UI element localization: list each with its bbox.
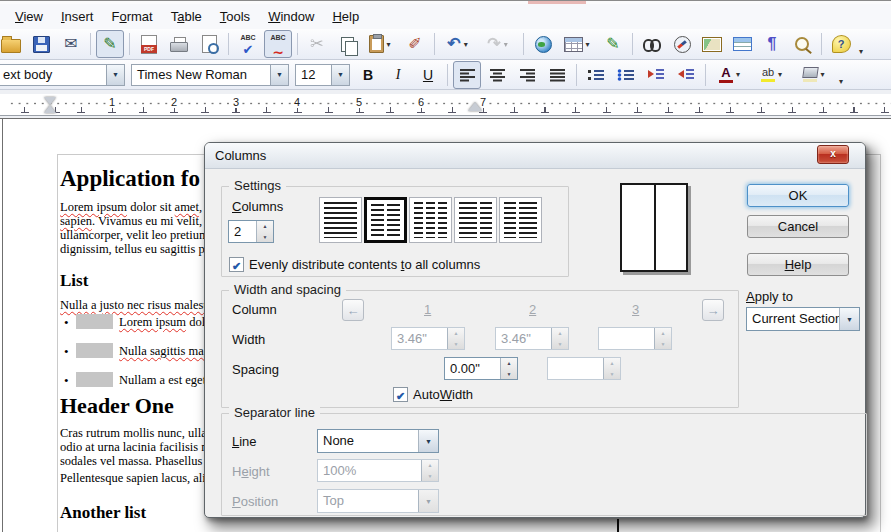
align-center-button[interactable] — [483, 61, 511, 89]
spin-up-icon[interactable]: ▲ — [257, 221, 273, 232]
undo-button[interactable]: ↶▾ — [440, 30, 478, 58]
line-dropdown-arrow[interactable]: ▼ — [418, 430, 438, 452]
font-name-value[interactable]: Times New Roman — [132, 65, 270, 85]
gallery-button[interactable] — [698, 30, 726, 58]
toolbar-separator — [576, 64, 577, 86]
column-scroll-left-button[interactable]: ← — [342, 299, 364, 321]
justify-button[interactable] — [543, 61, 571, 89]
evenly-distribute-label[interactable]: Evenly distribute contents to all column… — [249, 257, 480, 272]
menu-format[interactable]: Format — [102, 6, 161, 27]
apply-to-dropdown-arrow[interactable]: ▼ — [839, 308, 859, 330]
clone-formatting-button[interactable]: ✐ — [401, 30, 429, 58]
font-size-value[interactable]: 12 — [296, 65, 331, 85]
application-window: View Insert Format Table Tools Window He… — [0, 0, 891, 532]
menu-help[interactable]: Help — [323, 6, 368, 27]
font-color-dropdown-arrow[interactable]: ▾ — [733, 70, 743, 79]
apply-to-value[interactable]: Current Section — [747, 308, 839, 330]
dialog-titlebar[interactable]: Columns — [205, 143, 865, 169]
font-size-combo[interactable]: 12 ▼ — [295, 64, 350, 86]
menu-table[interactable]: Table — [162, 6, 211, 27]
toolbar-overflow-arrow[interactable]: ▾ — [836, 77, 846, 86]
highlight-dropdown-arrow[interactable]: ▾ — [775, 70, 785, 79]
formatting-marks-button[interactable]: ¶ — [758, 30, 786, 58]
drawing-functions-button[interactable]: ✎ — [599, 30, 627, 58]
columns-count-value[interactable]: 2 — [229, 221, 256, 242]
paragraph-style-value[interactable]: ext body — [0, 65, 106, 85]
help-button[interactable]: ? — [827, 30, 855, 58]
align-right-button[interactable] — [513, 61, 541, 89]
email-button[interactable]: ✉ — [57, 30, 85, 58]
hyperlink-button[interactable] — [529, 30, 557, 58]
undo-dropdown-arrow[interactable]: ▾ — [461, 40, 471, 49]
cancel-button[interactable]: Cancel — [747, 215, 849, 238]
align-left-button[interactable] — [453, 61, 481, 89]
numbered-list-button[interactable] — [582, 61, 610, 89]
columns-count-spinner[interactable]: 2 ▲▼ — [228, 220, 274, 243]
toolbar-overflow-arrow[interactable]: ▾ — [856, 47, 866, 56]
column-scroll-right-button[interactable]: → — [702, 299, 724, 321]
spacing-1-spinner[interactable]: 0.00" ▲▼ — [444, 357, 518, 380]
find-replace-button[interactable] — [638, 30, 666, 58]
spin-down-icon[interactable]: ▼ — [501, 369, 517, 380]
zoom-button[interactable] — [788, 30, 816, 58]
highlight-color-button[interactable]: ab▾ — [753, 61, 793, 89]
copy-button[interactable] — [333, 30, 361, 58]
open-button[interactable] — [0, 30, 25, 58]
preset-three-columns[interactable] — [409, 197, 452, 243]
edit-mode-button[interactable]: ✎ — [96, 30, 124, 58]
dialog-close-button[interactable]: x — [817, 145, 849, 164]
italic-button[interactable]: I — [384, 61, 412, 89]
autowidth-label[interactable]: AutoWidth — [413, 387, 473, 402]
ruler-number: 4 — [291, 96, 303, 108]
font-name-combo[interactable]: Times New Roman ▼ — [131, 64, 289, 86]
preset-one-column[interactable] — [319, 197, 362, 243]
ok-button[interactable]: OK — [747, 184, 849, 207]
preset-right-weighted[interactable] — [499, 197, 542, 243]
auto-spellcheck-button[interactable]: ABC~ — [264, 30, 292, 58]
insert-table-button[interactable]: ▾ — [559, 30, 597, 58]
preset-left-weighted[interactable] — [454, 197, 497, 243]
spin-up-icon[interactable]: ▲ — [501, 358, 517, 369]
export-pdf-button[interactable]: PDF — [135, 30, 163, 58]
paste-button[interactable]: ▾ — [363, 30, 399, 58]
spacing-1-value[interactable]: 0.00" — [445, 358, 500, 379]
line-style-combo[interactable]: None ▼ — [317, 429, 439, 453]
menu-view[interactable]: View — [6, 6, 52, 27]
apply-to-combo[interactable]: Current Section ▼ — [746, 307, 860, 331]
table-dropdown-arrow[interactable]: ▾ — [583, 40, 593, 49]
bullet-list-button[interactable] — [612, 61, 640, 89]
line-style-value[interactable]: None — [318, 430, 418, 452]
evenly-distribute-checkbox[interactable]: ✔ — [229, 257, 244, 272]
decrease-indent-button[interactable] — [642, 61, 670, 89]
navigator-button[interactable] — [668, 30, 696, 58]
increase-indent-button[interactable] — [672, 61, 700, 89]
doc-heading-another-list: Another list — [60, 503, 146, 523]
font-color-icon: A — [719, 67, 733, 83]
background-color-button[interactable]: ▾ — [795, 61, 835, 89]
data-sources-button[interactable] — [728, 30, 756, 58]
bold-button[interactable]: B — [354, 61, 382, 89]
menu-tools[interactable]: Tools — [211, 6, 259, 27]
indent-marker-right[interactable] — [468, 102, 482, 111]
help-button-dialog[interactable]: Help — [747, 253, 849, 276]
underline-button[interactable]: U — [414, 61, 442, 89]
paste-dropdown-arrow[interactable]: ▾ — [384, 40, 394, 49]
size-dropdown-arrow[interactable]: ▼ — [331, 65, 349, 85]
font-color-button[interactable]: A▾ — [711, 61, 751, 89]
spacing-2-value — [548, 358, 603, 379]
background-color-dropdown-arrow[interactable]: ▾ — [818, 70, 828, 79]
autowidth-checkbox[interactable]: ✔ — [393, 387, 408, 402]
preset-two-columns[interactable] — [364, 197, 407, 243]
spellcheck-button[interactable]: ABC✔ — [234, 30, 262, 58]
save-button[interactable] — [27, 30, 55, 58]
print-button[interactable] — [165, 30, 193, 58]
font-dropdown-arrow[interactable]: ▼ — [270, 65, 288, 85]
menu-window[interactable]: Window — [259, 6, 323, 27]
columns-count-spin-buttons[interactable]: ▲▼ — [256, 221, 273, 242]
print-preview-button[interactable] — [195, 30, 223, 58]
paragraph-style-combo[interactable]: ext body ▼ — [0, 64, 125, 86]
width-label: Width — [232, 332, 265, 347]
style-dropdown-arrow[interactable]: ▼ — [106, 65, 124, 85]
menu-insert[interactable]: Insert — [52, 6, 103, 27]
spin-down-icon[interactable]: ▼ — [257, 232, 273, 243]
